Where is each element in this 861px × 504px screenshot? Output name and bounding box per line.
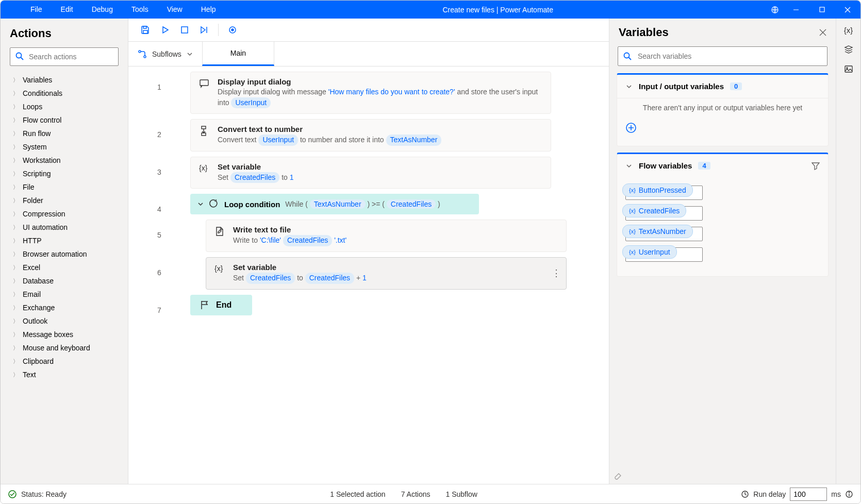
variables-search-input[interactable]: [618, 46, 827, 66]
maximize-button[interactable]: [809, 1, 835, 19]
svg-point-13: [16, 53, 22, 58]
action-category[interactable]: 〉Clipboard: [3, 355, 126, 368]
action-category-label: Compression: [23, 210, 65, 218]
menu-help[interactable]: Help: [192, 1, 225, 19]
action-category[interactable]: 〉Outlook: [3, 314, 126, 328]
variables-title: Variables: [619, 26, 819, 39]
action-category[interactable]: 〉Loops: [3, 100, 126, 113]
flow-variable-item[interactable]: {x} UserInput: [625, 247, 820, 264]
menu-file[interactable]: File: [21, 1, 52, 19]
chevron-right-icon: 〉: [13, 183, 19, 191]
action-category[interactable]: 〉Email: [3, 288, 126, 301]
action-category[interactable]: 〉Variables: [3, 73, 126, 87]
run-delay-unit: ms: [831, 490, 841, 498]
loop-condition-step[interactable]: Loop conditionWhile ( TextAsNumber ) >= …: [190, 194, 479, 214]
menu-view[interactable]: View: [158, 1, 192, 19]
menu-debug[interactable]: Debug: [82, 1, 122, 19]
images-rail-icon[interactable]: [844, 64, 853, 74]
chevron-right-icon: 〉: [13, 103, 19, 111]
run-delay-input[interactable]: [790, 488, 827, 501]
filter-icon[interactable]: [812, 162, 820, 170]
action-category[interactable]: 〉System: [3, 140, 126, 154]
dialog-icon: [199, 77, 210, 108]
action-category[interactable]: 〉Flow control: [3, 113, 126, 127]
write-icon: [214, 225, 226, 246]
close-panel-button[interactable]: [819, 29, 826, 36]
action-category-label: Outlook: [23, 317, 47, 325]
action-category[interactable]: 〉UI automation: [3, 221, 126, 234]
step-card[interactable]: Write text to fileWrite to 'C:\file' Cre…: [206, 220, 567, 252]
step-number: 3: [128, 157, 190, 189]
action-category[interactable]: 〉Browser automation: [3, 247, 126, 261]
action-category-label: Folder: [23, 196, 43, 205]
action-category[interactable]: 〉Exchange: [3, 301, 126, 314]
chevron-right-icon: 〉: [13, 224, 19, 231]
step-card[interactable]: Convert text to numberConvert text UserI…: [190, 119, 551, 152]
action-category[interactable]: 〉Database: [3, 274, 126, 288]
run-delay-label: Run delay: [753, 490, 786, 498]
record-button[interactable]: [223, 20, 242, 40]
actions-search-input[interactable]: [10, 47, 119, 66]
minimize-button[interactable]: [783, 1, 809, 19]
save-button[interactable]: [136, 20, 155, 40]
more-icon[interactable]: ⋮: [552, 267, 561, 279]
info-icon[interactable]: [845, 490, 853, 498]
action-category[interactable]: 〉Run flow: [3, 127, 126, 140]
flow-variables-count: 4: [698, 162, 710, 170]
chevron-right-icon: 〉: [13, 250, 19, 258]
action-category[interactable]: 〉Folder: [3, 194, 126, 207]
chevron-right-icon: 〉: [13, 210, 19, 218]
action-category[interactable]: 〉Message boxes: [3, 328, 126, 341]
action-category-label: Variables: [23, 76, 52, 84]
subflows-label: Subflows: [152, 50, 181, 58]
action-category[interactable]: 〉Scripting: [3, 167, 126, 180]
clock-icon: [741, 490, 749, 498]
run-button[interactable]: [155, 20, 175, 40]
action-category[interactable]: 〉HTTP: [3, 234, 126, 247]
action-category[interactable]: 〉Workstation: [3, 154, 126, 167]
action-category[interactable]: 〉Text: [3, 368, 126, 381]
flag-icon: [200, 300, 210, 310]
variables-panel: Variables Input / output variables 0 The…: [609, 19, 836, 484]
action-category[interactable]: 〉Excel: [3, 261, 126, 274]
action-category[interactable]: 〉Compression: [3, 207, 126, 221]
step-number: 7: [128, 295, 190, 315]
step-number: 5: [128, 220, 190, 252]
flow-canvas[interactable]: 1Display input dialogDisplay input dialo…: [128, 66, 609, 484]
action-category[interactable]: 〉File: [3, 180, 126, 194]
step-button[interactable]: [194, 20, 214, 40]
action-category-label: Loops: [23, 103, 42, 111]
step-card[interactable]: {x}Set variableSet CreatedFiles to Creat…: [206, 257, 567, 290]
layers-rail-icon[interactable]: [844, 45, 853, 54]
svg-point-10: [231, 29, 234, 31]
account-indicator[interactable]: [771, 6, 783, 14]
flow-variable-item[interactable]: {x} ButtonPressed: [625, 186, 820, 202]
actions-panel: Actions 〉Variables〉Conditionals〉Loops〉Fl…: [1, 19, 128, 484]
svg-rect-18: [202, 126, 206, 129]
menu-tools[interactable]: Tools: [122, 1, 158, 19]
flow-variable-item[interactable]: {x} CreatedFiles: [625, 206, 820, 223]
menu-edit[interactable]: Edit: [52, 1, 82, 19]
subflows-dropdown[interactable]: Subflows: [128, 42, 202, 66]
actions-list[interactable]: 〉Variables〉Conditionals〉Loops〉Flow contr…: [1, 71, 128, 484]
tab-main[interactable]: Main: [202, 42, 274, 66]
action-category-label: Conditionals: [23, 89, 62, 97]
action-category-label: HTTP: [23, 237, 42, 245]
chevron-right-icon: 〉: [13, 291, 19, 298]
add-io-variable-button[interactable]: [625, 122, 820, 133]
flow-variable-item[interactable]: {x} TextAsNumber: [625, 227, 820, 243]
close-button[interactable]: [835, 1, 860, 19]
stop-button[interactable]: [175, 20, 194, 40]
io-variables-header[interactable]: Input / output variables 0: [617, 75, 828, 98]
step-card[interactable]: {x}Set variableSet CreatedFiles to 1: [190, 157, 551, 189]
chevron-down-icon: [197, 201, 204, 207]
step-card[interactable]: Display input dialogDisplay input dialog…: [190, 72, 551, 114]
window-title: Create new files | Power Automate: [225, 6, 771, 14]
eraser-icon[interactable]: [609, 466, 836, 484]
variables-rail-icon[interactable]: {x}: [844, 26, 853, 35]
action-category[interactable]: 〉Conditionals: [3, 87, 126, 100]
action-category[interactable]: 〉Mouse and keyboard: [3, 341, 126, 355]
variables-search: [618, 46, 827, 66]
flow-variables-header[interactable]: Flow variables 4: [617, 154, 828, 177]
end-step[interactable]: End: [190, 295, 252, 315]
